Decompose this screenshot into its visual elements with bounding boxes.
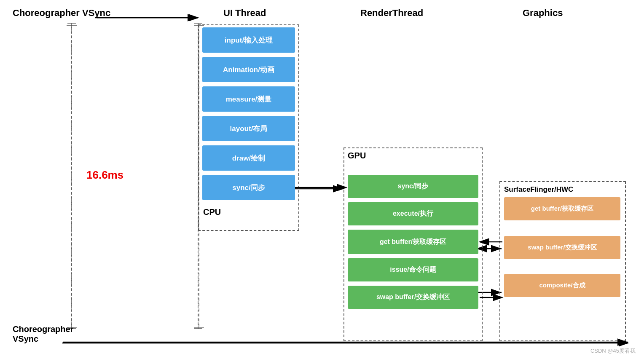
timing-label: 16.6ms — [86, 169, 123, 182]
sf-swapbuffer-box: swap buffer/交换缓冲区 — [504, 236, 620, 259]
draw-box: draw/绘制 — [202, 145, 295, 171]
input-box: input/输入处理 — [202, 27, 295, 53]
layout-box: layout/布局 — [202, 116, 295, 141]
gpu-label: GPU — [348, 151, 366, 161]
cpu-label: CPU — [203, 207, 221, 217]
sync-box: sync/同步 — [202, 175, 295, 200]
surface-label: SurfaceFlinger/HWC — [504, 185, 573, 194]
gpu-sync-box: sync/同步 — [348, 175, 478, 198]
measure-box: measure/测量 — [202, 86, 295, 112]
gpu-execute-box: execute/执行 — [348, 202, 478, 225]
graphics-header: Graphics — [523, 8, 563, 19]
sf-getbuffer-box: get buffer/获取缓存区 — [504, 197, 620, 220]
choreographer-header: Choreographer VSync — [13, 8, 110, 19]
gpu-getbuffer-box: get buffer/获取缓存区 — [348, 230, 478, 254]
sf-composite-box: composite/合成 — [504, 274, 620, 297]
watermark: CSDN @45度看我 — [590, 347, 636, 355]
uithread-header: UI Thread — [223, 8, 266, 19]
choreographer-bottom: ChoreographerVSync — [13, 324, 73, 344]
renderthread-header: RenderThread — [360, 8, 423, 19]
animation-box: Animation/动画 — [202, 57, 295, 82]
gpu-issue-box: issue/命令问题 — [348, 258, 478, 281]
gpu-swapbuffer-box: swap buffer/交换缓冲区 — [348, 286, 478, 309]
